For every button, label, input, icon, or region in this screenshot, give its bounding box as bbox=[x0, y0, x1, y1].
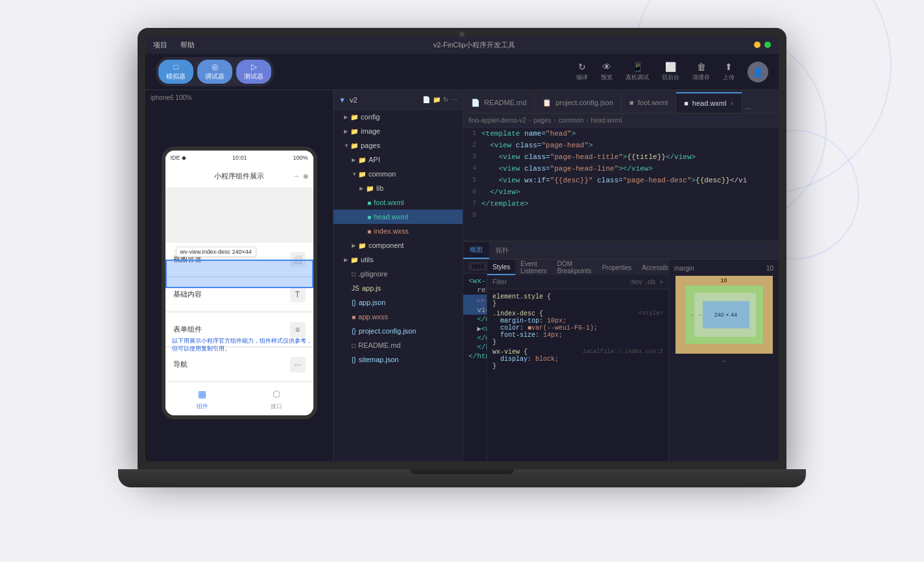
tab-foot-wxml[interactable]: ■ foot.wxml bbox=[622, 92, 676, 113]
tree-actions: 📄 📁 ↻ ⋯ bbox=[422, 96, 457, 103]
tree-item-head-wxml[interactable]: ■ head.wxml bbox=[334, 210, 463, 224]
device-debug-btn[interactable]: 📱 真机调试 bbox=[626, 62, 649, 82]
laptop-base bbox=[118, 469, 806, 487]
code-editor[interactable]: 1 <template name="head"> 2 <view class="… bbox=[463, 128, 779, 241]
element-tooltip: wx-view.index-desc 240×44 bbox=[176, 247, 256, 257]
path-html[interactable]: html bbox=[468, 262, 487, 271]
box-model-margin-val: 10 bbox=[766, 265, 773, 272]
styles-tab-dom-breakpoints[interactable]: DOM Breakpoints bbox=[552, 260, 597, 275]
tree-item-readme[interactable]: □ README.md bbox=[334, 338, 463, 352]
devtools-tab-wxml[interactable]: 概图 bbox=[463, 242, 489, 259]
debug-btn[interactable]: ◎ 调试器 bbox=[197, 60, 232, 84]
test-label: 测试器 bbox=[244, 72, 263, 81]
background-btn[interactable]: ⬜ 切后台 bbox=[662, 62, 679, 82]
event-listeners-label: Event Listeners bbox=[520, 260, 547, 275]
index-wxss-label: index.wxss bbox=[374, 227, 409, 235]
clear-cache-btn[interactable]: 🗑 清缓存 bbox=[692, 62, 710, 82]
phone-status-time: 10:01 bbox=[232, 154, 247, 161]
line-num-6: 6 bbox=[463, 186, 481, 198]
tab-readme[interactable]: 📄 README.md bbox=[463, 92, 535, 113]
devtools-tab-console[interactable]: 拓扑 bbox=[489, 242, 515, 259]
tree-item-sitemap[interactable]: {} sitemap.json bbox=[334, 352, 463, 367]
dom-line-3: view> == $0 bbox=[463, 306, 487, 315]
styles-tab-properties[interactable]: Properties bbox=[597, 260, 637, 275]
image-label: image bbox=[361, 127, 380, 135]
compile-label: 编译 bbox=[576, 73, 588, 82]
image-folder-icon: 📁 bbox=[350, 128, 358, 135]
dom-line-4: </wx-view> bbox=[463, 315, 487, 324]
element-style-close: } bbox=[492, 300, 496, 308]
dom-line-0: <wx-image class="index-logo" src="../res… bbox=[463, 276, 487, 286]
phone-close-icon[interactable]: ⊕ bbox=[303, 173, 308, 180]
laptop-wrapper: 项目 帮助 v2-FinClip小程序开发工具 □ 模拟器 bbox=[118, 28, 806, 534]
code-content-2: <view class="page-head"> bbox=[481, 140, 593, 151]
box-model: margin 10 10 - bbox=[668, 260, 779, 461]
styles-tab-event-listeners[interactable]: Event Listeners bbox=[515, 260, 552, 275]
editor-area: 📄 README.md 📋 project.config.json ■ foot… bbox=[463, 90, 779, 461]
readme-tab-label: README.md bbox=[484, 99, 526, 106]
cls-filter[interactable]: .cls bbox=[646, 278, 655, 286]
tree-item-component[interactable]: ▶ 📁 component bbox=[334, 238, 463, 252]
tree-item-app-js[interactable]: JS app.js bbox=[334, 281, 463, 295]
breadcrumb-0: fino-applet-demo-v2 bbox=[468, 117, 526, 124]
tree-item-common[interactable]: ▼ 📁 common bbox=[334, 167, 463, 181]
tree-action-1[interactable]: 📄 bbox=[422, 96, 430, 103]
common-label: common bbox=[369, 170, 396, 178]
hover-filter[interactable]: :hov bbox=[629, 278, 642, 286]
editor-breadcrumb: fino-applet-demo-v2 › pages › common › h… bbox=[463, 114, 779, 128]
win-maximize-btn[interactable] bbox=[764, 42, 771, 48]
tree-item-config[interactable]: ▶ 📁 config bbox=[334, 110, 463, 124]
breadcrumb-sep-3: › bbox=[586, 117, 588, 124]
menu-item-help[interactable]: 帮助 bbox=[180, 40, 195, 50]
tree-item-app-json[interactable]: {} app.json bbox=[334, 295, 463, 310]
config-label: config bbox=[361, 113, 380, 121]
foot-wxml-label: foot.wxml bbox=[374, 199, 404, 206]
box-padding: - 240 × 44 bbox=[694, 293, 756, 337]
box-bottom-dash: – bbox=[674, 358, 773, 364]
tree-item-project-config[interactable]: {} project.config.json bbox=[334, 324, 463, 338]
tree-item-utils[interactable]: ▶ 📁 utils bbox=[334, 252, 463, 267]
styles-tab-label: Styles bbox=[492, 263, 510, 271]
phone-tab-components[interactable]: ▦ 组件 bbox=[195, 387, 210, 411]
gitignore-label: .gitignore bbox=[358, 270, 387, 278]
tree-action-3[interactable]: ↻ bbox=[443, 96, 448, 103]
tree-item-lib[interactable]: ▶ 📁 lib bbox=[334, 181, 463, 195]
add-filter[interactable]: + bbox=[659, 278, 663, 286]
win-minimize-btn[interactable] bbox=[754, 42, 760, 48]
highlighted-text: 以下用展示小程序官方组件能力，组件样式仅供参考，但可以使用复制引用。 bbox=[172, 337, 312, 352]
tree-action-4[interactable]: ⋯ bbox=[451, 96, 457, 103]
clear-cache-icon: 🗑 bbox=[697, 62, 706, 72]
menu-item-project[interactable]: 项目 bbox=[153, 40, 167, 50]
phone-status-bar: IDE ◆ 10:01 100% bbox=[165, 151, 313, 165]
tab-close-icon[interactable]: × bbox=[730, 100, 734, 107]
color-val: ■var(--weui-FG-1); bbox=[528, 324, 598, 332]
tab-more-btn[interactable]: ··· bbox=[742, 104, 754, 113]
simulator-btn[interactable]: □ 模拟器 bbox=[158, 60, 193, 84]
pages-label: pages bbox=[361, 141, 380, 149]
styles-tab-styles[interactable]: Styles bbox=[487, 260, 515, 275]
tab-project-config[interactable]: 📋 project.config.json bbox=[535, 92, 622, 113]
styles-tab-accessibility[interactable]: Accessibility bbox=[637, 260, 668, 275]
index-desc-selector: .index-desc { bbox=[492, 310, 543, 317]
tree-item-app-wxss[interactable]: ■ app.wxss bbox=[334, 310, 463, 324]
box-model-visual: 10 - - 240 × 44 bbox=[675, 276, 773, 354]
tree-item-api[interactable]: ▶ 📁 API bbox=[334, 153, 463, 167]
tree-action-2[interactable]: 📁 bbox=[433, 96, 441, 103]
test-btn[interactable]: ▷ 测试器 bbox=[236, 60, 271, 84]
tree-item-foot-wxml[interactable]: ■ foot.wxml bbox=[334, 195, 463, 210]
phone-dots-icon[interactable]: ··· bbox=[293, 173, 298, 180]
tree-item-image[interactable]: ▶ 📁 image bbox=[334, 124, 463, 138]
user-avatar[interactable]: 👤 bbox=[748, 62, 768, 82]
compile-btn[interactable]: ↻ 编译 bbox=[576, 62, 588, 82]
list-item-3[interactable]: 导航 ··· bbox=[165, 348, 313, 382]
tree-item-index-wxss[interactable]: ■ index.wxss bbox=[334, 224, 463, 238]
tree-item-pages[interactable]: ▼ 📁 pages bbox=[334, 138, 463, 153]
app-js-label: app.js bbox=[362, 284, 381, 292]
preview-btn[interactable]: 👁 预览 bbox=[601, 62, 613, 82]
upload-btn[interactable]: ⬆ 上传 bbox=[723, 62, 735, 82]
tab-head-wxml[interactable]: ■ head.wxml × bbox=[676, 92, 742, 113]
color-prop: color bbox=[500, 324, 520, 332]
phone-tab-api[interactable]: ⬡ 接口 bbox=[269, 387, 284, 411]
styles-filter-input[interactable] bbox=[492, 278, 624, 286]
tree-item-gitignore[interactable]: □ .gitignore bbox=[334, 267, 463, 281]
